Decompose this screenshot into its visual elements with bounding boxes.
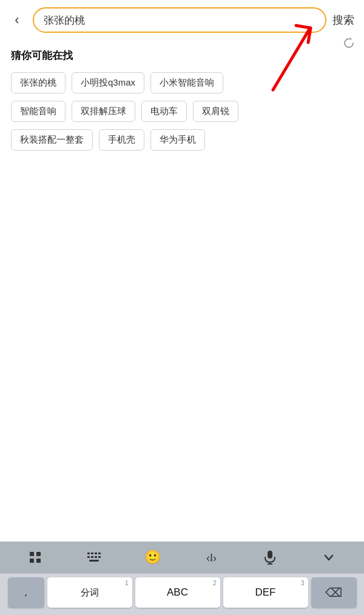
svg-rect-6: [91, 552, 93, 554]
keyboard-cursor-button[interactable]: ‹I›: [196, 546, 226, 568]
suggestions-row-3: 秋装搭配一整套 手机壳 华为手机: [11, 129, 353, 151]
keyboard-toolbar: 🙂 ‹I›: [0, 542, 364, 574]
suggestion-tag[interactable]: 小明投q3max: [72, 72, 144, 93]
back-arrow-icon: ‹: [15, 12, 19, 28]
svg-rect-11: [95, 556, 97, 558]
suggestions-row-1: 张张的桃 小明投q3max 小米智能音响: [11, 72, 353, 93]
back-button[interactable]: ‹: [7, 10, 27, 30]
key-comma[interactable]: ，: [8, 577, 44, 608]
suggestion-tag[interactable]: 双排解压球: [72, 101, 135, 122]
suggestion-tag[interactable]: 电动车: [141, 101, 187, 122]
key3-label: DEF: [255, 586, 276, 599]
svg-rect-1: [30, 552, 34, 556]
keyboard-area: 🙂 ‹I› ，: [0, 542, 364, 615]
key-abc[interactable]: 2 ABC: [135, 577, 220, 608]
suggestion-tag[interactable]: 张张的桃: [11, 72, 66, 93]
mic-icon: [264, 550, 276, 565]
suggestion-tag[interactable]: 双肩锐: [193, 101, 238, 122]
key2-small: 2: [213, 580, 217, 586]
svg-rect-5: [87, 552, 90, 554]
key-fenchi[interactable]: 1 分词: [47, 577, 132, 608]
cursor-icon: ‹I›: [204, 551, 218, 564]
suggestion-tag[interactable]: 秋装搭配一整套: [11, 129, 93, 151]
search-button[interactable]: 搜索: [332, 10, 354, 30]
suggestions-section: 猜你可能在找 张张的桃 小明投q3max 小米智能音响 智能音响 双排解压球 电…: [0, 39, 364, 163]
refresh-icon: [342, 36, 356, 50]
keyboard-grid-button[interactable]: [20, 546, 50, 568]
keyboard-apps-button[interactable]: [79, 546, 109, 568]
svg-text:‹I›: ‹I›: [206, 552, 217, 564]
suggestion-tag[interactable]: 手机壳: [99, 129, 144, 151]
suggestion-tag[interactable]: 小米智能音响: [150, 72, 223, 93]
suggestion-tag[interactable]: 智能音响: [11, 101, 66, 122]
search-bar-wrapper: [33, 7, 326, 33]
svg-rect-13: [89, 560, 99, 562]
svg-rect-9: [87, 556, 90, 558]
svg-rect-12: [98, 556, 101, 558]
key1-small: 1: [125, 580, 129, 586]
key1-label: 分词: [81, 587, 99, 599]
keyboard-collapse-button[interactable]: [314, 546, 344, 568]
apps-icon: [87, 552, 101, 563]
search-input[interactable]: [33, 7, 326, 33]
kb-bottom-row: ， 1 分词 2 ABC 3 DEF ⌫: [2, 577, 362, 608]
suggestions-row-2: 智能音响 双排解压球 电动车 双肩锐: [11, 101, 353, 122]
keyboard-emoji-button[interactable]: 🙂: [138, 546, 168, 568]
svg-rect-8: [98, 552, 101, 554]
svg-rect-15: [268, 551, 272, 559]
keyboard-rows: ， 1 分词 2 ABC 3 DEF ⌫: [0, 574, 364, 615]
svg-rect-2: [36, 552, 41, 556]
refresh-icon-area: [342, 36, 356, 52]
suggestions-title: 猜你可能在找: [11, 49, 353, 63]
key3-small: 3: [301, 580, 305, 586]
svg-rect-4: [36, 559, 41, 563]
key-def[interactable]: 3 DEF: [223, 577, 308, 608]
svg-rect-3: [30, 559, 34, 563]
chevron-down-icon: [322, 551, 335, 564]
keyboard-mic-button[interactable]: [255, 546, 285, 568]
grid-icon: [29, 551, 42, 564]
emoji-icon: 🙂: [144, 549, 161, 565]
key2-label: ABC: [167, 586, 188, 599]
delete-icon: ⌫: [325, 585, 342, 600]
svg-rect-7: [95, 552, 97, 554]
key-delete[interactable]: ⌫: [311, 577, 357, 608]
comma-label: ，: [21, 587, 30, 599]
header: ‹ 搜索: [0, 0, 364, 39]
suggestion-tag[interactable]: 华为手机: [150, 129, 205, 151]
svg-rect-10: [91, 556, 93, 558]
